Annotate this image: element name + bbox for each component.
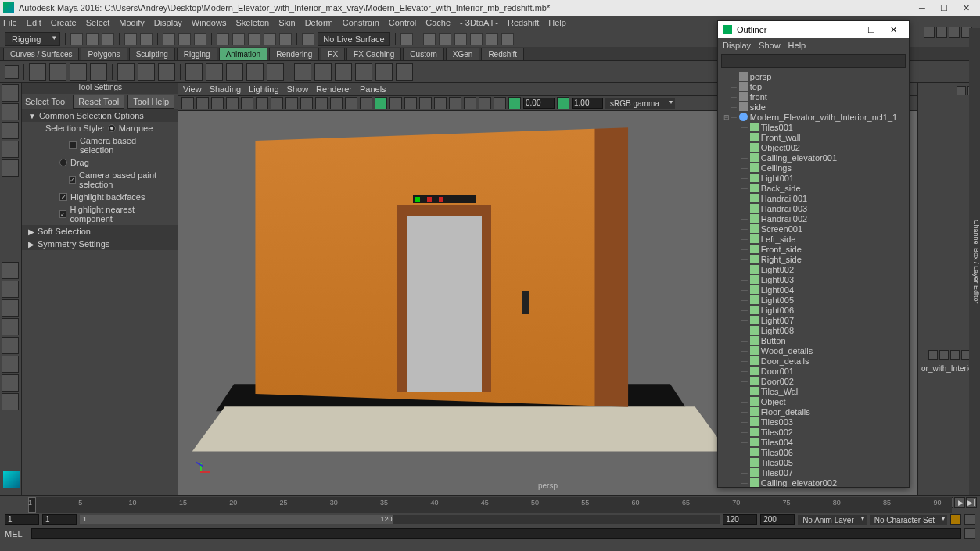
shelf-tab-polygons[interactable]: Polygons [81,48,127,60]
paint-select-icon[interactable] [194,33,206,45]
render-view-icon[interactable] [486,33,498,45]
drag-radio-row[interactable]: Drag [22,156,178,169]
redo-icon[interactable] [140,33,153,45]
outliner-node[interactable]: ─Front_wall [718,132,909,142]
outliner-node[interactable]: ─Ceilings [718,163,909,173]
channel-tab-icon[interactable] [957,86,966,95]
workspace-combo[interactable]: Rigging [5,32,60,46]
menu-skin[interactable]: Skin [278,18,295,27]
layout-custom-icon[interactable] [2,393,19,410]
layer-opt-icon[interactable] [939,350,949,360]
time-ruler[interactable]: 151015202530354045505560657075808590 [28,497,952,513]
outliner-node[interactable]: ─Light007 [718,315,909,325]
hypershade-icon[interactable] [470,33,483,45]
outliner-node[interactable]: ─Tiles004 [718,437,909,447]
outliner-node[interactable]: ─Tiles006 [718,447,909,457]
outliner-window[interactable]: Outliner ─ ☐ ✕ DisplayShowHelp ─persp─to… [717,20,910,488]
right-strip-label[interactable]: Channel Box / Layer Editor [969,28,980,495]
history-icon[interactable] [400,33,413,45]
outliner-node[interactable]: ─Floor_details [718,406,909,417]
auto-key-icon[interactable] [950,514,961,525]
shelf-tab-fx-caching[interactable]: FX Caching [346,48,401,60]
shaded-icon[interactable] [360,97,372,109]
shelf-tab-custom[interactable]: Custom [403,48,443,60]
isolate-icon[interactable] [464,97,476,109]
constraint-parent-icon[interactable] [294,63,311,81]
outliner-node[interactable]: ─Object002 [718,142,909,152]
menu--3dtoall-[interactable]: - 3DtoAll - [460,18,498,27]
shelf-tab-fx[interactable]: FX [321,48,345,60]
layout-persp-graph-icon[interactable] [2,356,19,373]
layer-opt-icon[interactable] [928,350,938,360]
range-slider[interactable]: 1 120 [80,515,720,524]
outliner-node[interactable]: ─Light001 [718,173,909,183]
set-key-icon[interactable] [117,63,135,81]
outliner-node[interactable]: ─Door_details [718,356,909,366]
save-scene-icon[interactable] [102,33,114,45]
outliner-node[interactable]: ─Object [718,396,909,406]
render-frame-icon[interactable] [423,33,436,45]
menu-modify[interactable]: Modify [119,18,144,27]
select-tool-icon[interactable] [2,84,19,102]
ghost-icon[interactable] [185,63,203,81]
camera-select-icon[interactable] [181,97,194,109]
outliner-menu-show[interactable]: Show [759,41,781,50]
layer-opt-icon[interactable] [950,350,960,360]
dope-sheet-icon[interactable] [90,63,107,81]
layout-hyper-icon[interactable] [2,374,19,392]
ao-icon[interactable] [419,97,432,109]
film-gate-icon[interactable] [256,97,268,109]
go-end-button[interactable]: ▶| [966,497,977,508]
textured-icon[interactable] [375,97,387,109]
lasso-mode-icon[interactable] [178,33,191,45]
marquee-radio[interactable] [108,124,116,132]
shelf-tab-rendering[interactable]: Rendering [269,48,319,60]
outliner-node[interactable]: ⊟─Modern_Elevator_with_Interior_ncl1_1 [718,112,909,122]
res-gate-icon[interactable] [271,97,283,109]
camera-based-selection-check[interactable]: Camera based selection [22,134,178,156]
shelf-tab-animation[interactable]: Animation [219,48,267,60]
outliner-node[interactable]: ─Light003 [718,274,909,284]
bake-icon[interactable] [246,63,264,81]
outliner-node[interactable]: ─Light005 [718,295,909,305]
wireframe-icon[interactable] [345,97,357,109]
outliner-node[interactable]: ─Tiles003 [718,417,909,427]
symmetry-section[interactable]: ▶ Symmetry Settings [22,238,178,250]
snap-live-icon[interactable] [279,33,292,45]
viewport-menu-lighting[interactable]: Lighting [249,84,279,94]
unghost-icon[interactable] [206,63,223,81]
cmd-input[interactable] [31,528,961,539]
highlight-backfaces-check[interactable]: ✓ Highlight backfaces [22,191,178,203]
gamma-field[interactable]: 1.00 [572,98,603,109]
layout-two-h-icon[interactable] [2,299,19,317]
playback-start-field[interactable]: 1 [42,514,77,525]
viewport-menu-renderer[interactable]: Renderer [316,84,352,94]
snap-grid-icon[interactable] [217,33,229,45]
menu-cache[interactable]: Cache [425,18,451,27]
shelf-tab-rigging[interactable]: Rigging [177,48,217,60]
outliner-menu-help[interactable]: Help [788,41,806,50]
constraint-point-icon[interactable] [314,63,332,81]
lights-icon[interactable] [389,97,402,109]
lasso-tool-icon[interactable] [2,103,19,120]
minimize-button[interactable]: ─ [911,2,933,14]
xray-icon[interactable] [479,97,491,109]
outliner-node[interactable]: ─Tiles_Wall [718,386,909,396]
motion-trail-icon[interactable] [226,63,243,81]
menu-skeleton[interactable]: Skeleton [235,18,269,27]
viewport-menu-panels[interactable]: Panels [360,84,386,94]
outliner-node[interactable]: ─side [718,102,909,112]
snap-curve-icon[interactable] [232,33,245,45]
outliner-node[interactable]: ─Handrail002 [718,213,909,224]
outliner-close-button[interactable]: ✕ [882,25,904,35]
menu-control[interactable]: Control [389,18,416,27]
outliner-node[interactable]: ─Button [718,335,909,345]
range-end-field[interactable]: 200 [760,514,795,525]
menu-file[interactable]: File [3,18,17,27]
snap-plane-icon[interactable] [264,33,276,45]
motion-blur-icon[interactable] [434,97,447,109]
outliner-node[interactable]: ─Door001 [718,366,909,376]
attribute-editor-icon[interactable] [936,27,947,38]
outliner-node[interactable]: ─front [718,91,909,102]
outliner-search-input[interactable] [721,54,906,68]
